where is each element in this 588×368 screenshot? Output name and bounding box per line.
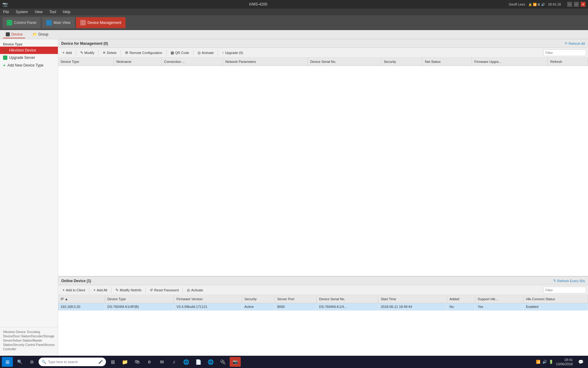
add-all-label: Add All: [97, 288, 107, 292]
restore-button[interactable]: □: [574, 2, 579, 7]
remote-config-label: Remote Configuration: [130, 51, 162, 55]
taskbar-app-net[interactable]: 🔌: [217, 357, 228, 367]
taskbar-right: 📶 🔊 🔋 18:41 13/06/2018 💬: [536, 357, 586, 367]
time-display: 18:41: [556, 358, 573, 362]
device-management-button[interactable]: Device Management: [76, 17, 126, 28]
menu-help[interactable]: Help: [62, 9, 72, 15]
online-title: Online Device (1): [61, 279, 91, 283]
minimize-button[interactable]: ─: [567, 2, 572, 7]
upgrade-server-icon: [3, 56, 7, 60]
delete-label: Delete: [107, 51, 117, 55]
ocol-support-hik: Support Hik...: [475, 295, 523, 303]
ocol-hik-connect: Hik-Connect Status: [523, 295, 588, 303]
app-title: iVMS-4200: [249, 2, 267, 6]
refresh-every-label: Refresh Every 60s: [557, 279, 585, 283]
ocol-security: Security: [242, 295, 275, 303]
add-label: Add: [66, 51, 72, 55]
online-table-head: IP ▲ Device Type Firmware Version Securi…: [58, 295, 588, 303]
table-cell: Active: [242, 303, 275, 310]
col-network-params: Network Parameters: [223, 58, 307, 66]
tab-device[interactable]: ⬛ Device: [3, 31, 25, 38]
upgrade-label: Upgrade (0): [225, 51, 243, 55]
hikvision-label: Hikvision Device: [9, 48, 36, 52]
sidebar-item-add-device-type[interactable]: + Add New Device Type: [0, 61, 58, 69]
taskbar-search-box[interactable]: 🔍 🎤: [39, 358, 106, 366]
modify-netinfo-button[interactable]: ✎ Modify NetInfo: [113, 286, 144, 294]
remote-config-button[interactable]: ⚙ Remote Configuration: [123, 49, 165, 56]
taskbar-app-mail[interactable]: ✉: [156, 357, 167, 367]
table-cell: Yes: [475, 303, 523, 310]
taskbar-app-music[interactable]: ♪: [168, 357, 179, 367]
sidebar-item-hikvision[interactable]: Hikvision Device: [0, 47, 58, 54]
table-row[interactable]: 192.168.0.20DS-7604NI-K1/4P(B)V3.4.99bui…: [58, 303, 588, 310]
col-net-status: Net Status: [422, 58, 472, 66]
remote-config-icon: ⚙: [125, 51, 128, 55]
content-area: Device for Management (0) ↻ Refresh All …: [58, 39, 588, 356]
activate-label: Activate: [202, 51, 214, 55]
upgrade-button[interactable]: ↑ Upgrade (0): [220, 49, 246, 56]
taskbar-app-edge[interactable]: e: [144, 357, 155, 367]
search-input[interactable]: [48, 360, 96, 364]
online-filter-input[interactable]: [543, 287, 586, 293]
taskbar-app-store[interactable]: 🛍: [132, 357, 143, 367]
start-button[interactable]: ⊞: [2, 357, 13, 367]
ocol-start-time: Start Time: [378, 295, 447, 303]
osep1: [89, 287, 89, 293]
qr-icon: ▦: [171, 51, 174, 55]
management-header: Device for Management (0) ↻ Refresh All: [58, 39, 588, 48]
ocol-server-port: Server Port: [275, 295, 317, 303]
ocol-serial: Device Serial No.: [317, 295, 378, 303]
close-button[interactable]: ✕: [581, 2, 586, 7]
col-connection: Connection ...: [161, 58, 223, 66]
tab-group-label: Group: [38, 32, 48, 36]
qr-code-button[interactable]: ▦ QR Code: [168, 49, 192, 56]
control-panel-button[interactable]: Control Panel: [2, 17, 41, 28]
ocol-device-type: Device Type: [105, 295, 174, 303]
menu-file[interactable]: File: [2, 9, 10, 15]
col-refresh: Refresh: [548, 58, 588, 66]
qr-label: QR Code: [175, 51, 189, 55]
add-device-button[interactable]: + Add: [60, 49, 74, 56]
refresh-all-button[interactable]: ↻ Refresh All: [565, 41, 585, 45]
refresh-every-button[interactable]: ↻ Refresh Every 60s: [553, 279, 585, 283]
main-view-label: Main View: [54, 21, 70, 25]
reset-password-label: Reset Password: [154, 288, 179, 292]
main-view-button[interactable]: Main View: [42, 17, 75, 28]
management-filter-input[interactable]: [543, 49, 586, 56]
search-button[interactable]: 🔍: [14, 357, 25, 367]
taskbar-app-explorer[interactable]: 📁: [119, 357, 130, 367]
online-table: IP ▲ Device Type Firmware Version Securi…: [58, 295, 588, 311]
menu-tool[interactable]: Tool: [48, 9, 57, 15]
sep2: [98, 50, 99, 56]
apptoolbar: Control Panel Main View Device Managemen…: [0, 15, 588, 30]
sidebar-item-upgrade-server[interactable]: Upgrade Server: [0, 54, 58, 61]
modify-button[interactable]: ✎ Modify: [78, 49, 97, 56]
activate-button[interactable]: ◎ Activate: [195, 49, 216, 56]
notification-button[interactable]: 💬: [575, 357, 586, 367]
taskbar-app-camera[interactable]: 📷: [230, 357, 241, 367]
online-activate-label: Activate: [191, 288, 203, 292]
refresh-icon: ↻: [565, 41, 567, 45]
delete-button[interactable]: ✕ Delete: [100, 49, 119, 56]
menu-view[interactable]: View: [33, 9, 44, 15]
taskbar-app-chrome[interactable]: 🌐: [181, 357, 192, 367]
modify-netinfo-icon: ✎: [115, 288, 119, 292]
tab-group[interactable]: 📁 Group: [30, 31, 51, 38]
add-to-client-button[interactable]: + Add to Client: [60, 286, 88, 294]
ocol-firmware: Firmware Version: [174, 295, 242, 303]
task-view-button[interactable]: ⧉: [26, 357, 37, 367]
taskbar-icons: 📶 🔊 🔋: [536, 360, 553, 364]
device-management-icon: [80, 20, 86, 25]
reset-password-icon: ↺: [150, 288, 153, 292]
add-all-button[interactable]: + Add All: [91, 286, 110, 294]
date-display: 13/06/2018: [556, 362, 573, 366]
upgrade-server-label: Upgrade Server: [9, 56, 35, 60]
table-cell: DS-7604NI-K1/4P(B): [105, 303, 174, 310]
taskbar-app-cortana[interactable]: ⊞: [107, 357, 118, 367]
reset-password-button[interactable]: ↺ Reset Password: [147, 286, 181, 294]
online-activate-button[interactable]: ◎ Activate: [184, 286, 205, 294]
taskbar-app-ie[interactable]: 🌐: [205, 357, 216, 367]
menu-system[interactable]: System: [14, 9, 29, 15]
modify-icon: ✎: [80, 51, 83, 55]
taskbar-app-pdf[interactable]: 📄: [193, 357, 204, 367]
